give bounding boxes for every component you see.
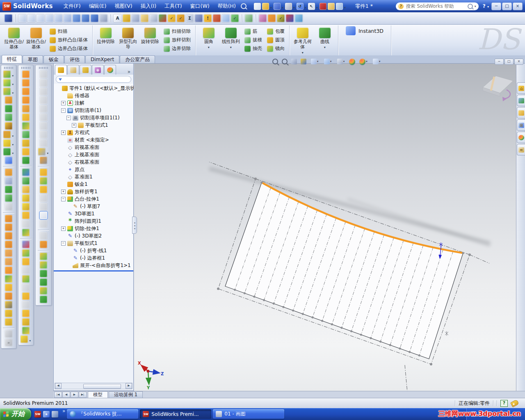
doc-restore-button[interactable]: □ [504, 59, 514, 65]
tree-item[interactable]: −凸台-拉伸1 [54, 195, 133, 203]
graphics-viewport[interactable]: XZY [134, 64, 516, 391]
section-view-button[interactable] [299, 58, 308, 66]
move-face-icon[interactable] [5, 186, 12, 193]
plug-fitting-icon[interactable] [22, 229, 30, 236]
insert-bends-disabled-icon[interactable] [40, 194, 47, 202]
no-bends-icon[interactable] [5, 301, 12, 308]
task-list-icon[interactable]: ▾ [336, 3, 343, 10]
edit-appearance-button[interactable] [348, 58, 356, 66]
bend-icon[interactable] [5, 292, 12, 300]
view-draft-quality-icon[interactable] [64, 14, 71, 22]
surface-sweep-icon[interactable] [22, 148, 30, 155]
custom-properties-tab[interactable]: ≡ [517, 144, 525, 155]
import-diagnostics-icon[interactable]: ! [204, 14, 212, 22]
view-cartoon-icon[interactable] [91, 14, 98, 22]
expander-collapsed[interactable]: + [61, 189, 66, 194]
linear-pattern-icon[interactable]: ▾ [3, 131, 11, 138]
tree-item[interactable]: 钣金1 [54, 180, 133, 188]
expander-expanded[interactable]: − [66, 116, 71, 120]
tree-item[interactable]: *阵列(圆周)1 [54, 217, 133, 225]
photoview-preview-icon[interactable] [259, 14, 267, 22]
menu-item[interactable]: 文件(F) [59, 1, 85, 11]
dropdown-arrow-icon[interactable]: ▾ [12, 135, 14, 138]
compare-geometry-icon[interactable] [213, 14, 221, 22]
doc-minimize-button[interactable]: ─ [495, 59, 504, 65]
tree-item[interactable]: ✎(-) 边界框1 [54, 254, 133, 262]
weld-bead-icon[interactable] [22, 114, 30, 121]
mirror-bend-icon[interactable] [5, 224, 12, 231]
integrated-preview-icon[interactable] [295, 14, 303, 22]
vent-icon[interactable] [5, 318, 12, 326]
flatten-icon[interactable] [40, 212, 47, 219]
sketch-3d-icon[interactable] [22, 241, 30, 248]
taskbar-window-button[interactable]: 01 - 画图 [213, 409, 284, 419]
base-flange-icon[interactable] [5, 267, 12, 274]
draft-button[interactable]: 拔模 [242, 36, 264, 44]
undo-icon[interactable]: ↺▾ [297, 3, 304, 10]
zoom-to-fit-button[interactable] [271, 58, 279, 66]
weldment-plane-icon[interactable] [22, 71, 30, 78]
taskbar-window-button[interactable]: 『SolidWorks 技... [67, 409, 138, 419]
revolved-cut-button[interactable]: 旋转切除 [139, 26, 161, 54]
bend-line-icon[interactable] [5, 177, 12, 185]
tree-horizontal-scrollbar[interactable]: ◀ ▶ [55, 383, 132, 389]
dropdown-arrow-icon[interactable]: ▾ [344, 6, 346, 9]
tab-office-products[interactable]: 办公室产品 [120, 55, 155, 63]
extrude-window-icon[interactable] [40, 169, 47, 176]
shell-button[interactable]: 抽壳 [242, 44, 264, 52]
view-shaded-with-edges-icon[interactable] [46, 14, 53, 22]
linear-pattern-button[interactable]: 线性阵列▾ [220, 26, 242, 54]
tab-dimxpert[interactable]: DimXpert [85, 55, 119, 63]
panel-splitter-handle[interactable]: ◂◂◂ [132, 217, 137, 234]
tree-item[interactable]: ≡材质 <未指定> [54, 136, 133, 144]
dropdown-arrow-icon[interactable]: ▾ [316, 6, 318, 9]
dropdown-arrow-icon[interactable]: ▾ [230, 45, 232, 50]
fold-up-disabled-icon[interactable] [40, 203, 47, 210]
tree-item[interactable]: −⊞切割清单项目1(1) [54, 114, 133, 121]
reference-geometry-icon[interactable]: ▾ [3, 139, 11, 147]
more-commands-icon[interactable]: » [5, 339, 12, 346]
hex-hardware-icon[interactable] [22, 194, 30, 202]
menu-item[interactable]: 编辑(E) [85, 1, 111, 11]
expander-expanded[interactable]: − [61, 108, 66, 113]
dropdown-arrow-icon[interactable]: ▾ [12, 143, 14, 146]
fillet-button[interactable]: 圆角▾ [198, 26, 219, 54]
scroll-left-icon[interactable]: ◀ [55, 383, 62, 389]
hide-show-items-button[interactable]: ▾ [335, 58, 347, 66]
boss-corner-icon[interactable] [22, 275, 30, 283]
view-palette-tab[interactable]: ⊞ [517, 119, 525, 131]
cube-disabled2-icon[interactable] [40, 79, 47, 87]
green-cube-icon[interactable] [22, 157, 30, 164]
closed-corner-icon[interactable] [5, 258, 12, 265]
dropdown-arrow-icon[interactable]: ▾ [379, 60, 381, 63]
view-hidden-lines-visible-icon[interactable] [27, 14, 35, 22]
wrench-disabled-icon[interactable] [40, 122, 47, 130]
jog-icon[interactable] [5, 241, 12, 248]
helix-curve-icon[interactable] [40, 296, 47, 303]
toolbar-grip[interactable] [39, 67, 48, 69]
tree-item[interactable]: 传感器 [54, 92, 133, 99]
tree-item[interactable]: +A注解 [54, 99, 133, 107]
expander-collapsed[interactable]: + [61, 101, 66, 105]
disc-disabled-icon[interactable] [40, 220, 47, 228]
dropdown-arrow-icon[interactable]: ▾ [208, 45, 210, 50]
tree-item[interactable]: +切除-拉伸1 [54, 225, 133, 232]
plane-disabled-icon[interactable] [40, 139, 47, 147]
view-settings-button[interactable]: ▾ [370, 58, 383, 66]
compare-documents-icon[interactable] [222, 14, 230, 22]
menu-item[interactable]: 工具(T) [160, 1, 186, 11]
view-wireframe-icon[interactable] [18, 14, 26, 22]
expander-expanded[interactable]: − [61, 197, 66, 201]
quick-launch-more-icon[interactable]: » [62, 408, 65, 420]
mass-properties-icon[interactable] [132, 14, 139, 22]
check-active-document-icon[interactable] [159, 14, 167, 22]
sketched-bend-icon[interactable] [5, 169, 12, 176]
rib-button[interactable]: 筋 [242, 27, 264, 35]
go-first-button[interactable]: |◀ [54, 392, 62, 398]
featuremanager-design-tree-tab[interactable] [55, 65, 67, 75]
tab-motion-study[interactable]: 运动算例 1 [109, 391, 143, 398]
scrollbar-track[interactable] [62, 383, 126, 388]
spell-checker-icon[interactable]: A [114, 14, 121, 22]
help-button[interactable]: ? ▾ [483, 3, 489, 9]
mirror-button[interactable]: 镜向 [265, 44, 287, 52]
